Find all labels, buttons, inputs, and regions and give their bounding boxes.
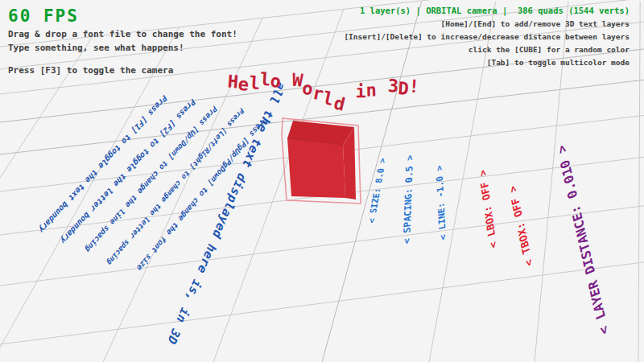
help-line-multicolor: [Tab] to toggle multicolor mode bbox=[344, 58, 630, 67]
cube-front-face[interactable] bbox=[287, 138, 345, 198]
hello-char: e bbox=[237, 74, 250, 95]
hello-char: l bbox=[248, 72, 260, 93]
help-line-cube: click the [CUBE] for a random color bbox=[344, 45, 630, 54]
hello-char: n bbox=[365, 80, 377, 100]
help-panel-right: 1 layer(s) | ORBITAL camera | 386 quads … bbox=[344, 6, 630, 67]
help-line-layers: [Home]/[End] to add/remove 3D text layer… bbox=[344, 19, 630, 28]
hello-char: i bbox=[355, 81, 365, 101]
hello-char bbox=[345, 84, 356, 105]
help-line-camera: Press [F3] to toggle the camera bbox=[8, 65, 346, 76]
help-line-type: Type something, see what happens! bbox=[8, 43, 346, 53]
help-line-dragdrop: Drag & drop a font file to change the fo… bbox=[8, 29, 346, 39]
status-bar: 1 layer(s) | ORBITAL camera | 386 quads … bbox=[344, 6, 630, 15]
fps-counter: 60 FPS bbox=[8, 6, 79, 26]
hello-char: ! bbox=[408, 76, 420, 97]
hello-char bbox=[377, 76, 388, 96]
help-panel-left: 60 FPS Drag & drop a font file to change… bbox=[8, 6, 79, 26]
app-window: all the text displayed here is, in 3D Pr… bbox=[0, 0, 644, 362]
help-line-distance: [Insert]/[Delete] to increase/decrease d… bbox=[344, 32, 630, 41]
